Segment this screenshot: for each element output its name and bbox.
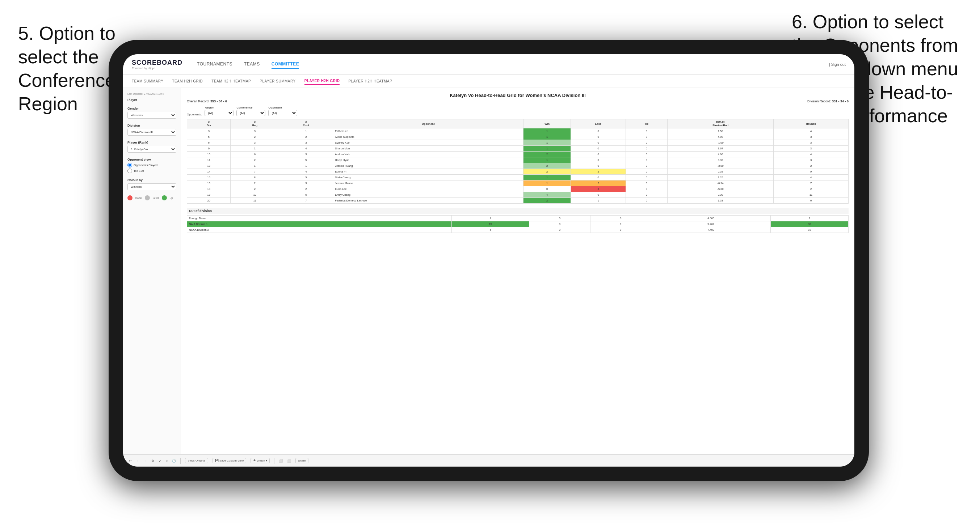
table-row: 15 8 5 Stella Cheng 1 0 0 1.25 4 (187, 175, 849, 181)
td-win: 5 (452, 227, 529, 233)
td-opponent: Euna Lee (333, 186, 523, 192)
legend-dot-down (127, 195, 132, 200)
filter-opponent: Opponent (All) (268, 106, 297, 116)
td-div: 3 (187, 129, 231, 134)
opponent-filter-label: Opponent (268, 106, 297, 109)
toolbar-view-original[interactable]: View: Original (185, 458, 208, 464)
sub-nav-player-summary[interactable]: PLAYER SUMMARY (259, 78, 296, 85)
table-row: Foreign Team 1 0 0 4.500 2 (187, 216, 849, 221)
td-tie: 0 (625, 192, 667, 198)
out-of-division-table: Foreign Team 1 0 0 4.500 2 NAIA Division… (187, 215, 849, 233)
table-row: 3 3 1 Esther Lee 1 0 0 1.50 4 (187, 129, 849, 134)
td-opponent: Emily Chang (333, 192, 523, 198)
radio-top100-input[interactable] (127, 168, 132, 173)
sign-out[interactable]: | Sign out (829, 62, 846, 67)
sub-nav-team-h2h-grid[interactable]: TEAM H2H GRID (172, 78, 203, 85)
radio-opponents-played-input[interactable] (127, 163, 132, 167)
logo-text: SCOREBOARD (132, 59, 183, 67)
td-loss: 0 (571, 129, 625, 134)
td-div: 15 (187, 175, 231, 181)
toolbar-share[interactable]: Share (296, 458, 308, 464)
toolbar-undo[interactable]: ↩ (129, 459, 132, 463)
toolbar-clock[interactable]: 🕐 (172, 459, 176, 463)
td-win: 2 (523, 169, 571, 175)
td-reg: 6 (231, 152, 279, 157)
toolbar-save-custom[interactable]: 💾 Save Custom View (213, 458, 247, 464)
td-conf: 3 (279, 152, 333, 157)
td-loss: 0 (571, 134, 625, 140)
td-reg: 2 (231, 134, 279, 140)
sub-nav-player-h2h-grid[interactable]: PLAYER H2H GRID (304, 78, 340, 85)
overall-record: Overall Record: 353 - 34 - 6 (187, 100, 227, 103)
region-filter-select[interactable]: (All) (205, 110, 234, 116)
td-opponent: Esther Lee (333, 129, 523, 134)
table-row: 16 2 3 Jessica Mason 1 2 0 -0.94 7 (187, 181, 849, 186)
sub-nav-team-summary[interactable]: TEAM SUMMARY (132, 78, 164, 85)
sub-nav-team-h2h-heatmap[interactable]: TEAM H2H HEATMAP (212, 78, 251, 85)
td-reg: 2 (231, 157, 279, 163)
sidebar-opponent-view: Opponent view Opponents Played Top 100 (127, 158, 176, 173)
td-rounds: 9 (774, 169, 849, 175)
td-win: 2 (523, 198, 571, 204)
td-diff: 4.500 (651, 216, 771, 221)
td-reg: 2 (231, 181, 279, 186)
toolbar-settings[interactable]: ⚙ (151, 459, 154, 463)
toolbar-icon2[interactable]: ⬜ (287, 459, 291, 463)
toolbar-fit[interactable]: ↙ (159, 459, 161, 463)
toolbar-separator-2 (274, 458, 274, 464)
td-tie: 0 (590, 216, 651, 221)
region-filter-label: Region (205, 106, 234, 109)
toolbar-forward[interactable]: → (144, 459, 147, 463)
opponent-filter-select[interactable]: (All) (268, 110, 297, 116)
nav-item-teams[interactable]: TEAMS (244, 60, 260, 69)
table-row: 20 11 7 Federica Domecq Lacroze 2 1 0 1.… (187, 198, 849, 204)
td-loss: 0 (571, 157, 625, 163)
sub-nav-player-h2h-heatmap[interactable]: PLAYER H2H HEATMAP (348, 78, 392, 85)
legend-label-up: Up (170, 197, 173, 199)
td-rounds: 2 (774, 163, 849, 169)
td-rounds: 3 (774, 140, 849, 146)
td-div: 13 (187, 163, 231, 169)
td-diff: 1.25 (668, 175, 774, 181)
toolbar-circle[interactable]: ○ (166, 459, 168, 463)
radio-opponents-played[interactable]: Opponents Played (127, 163, 176, 167)
bottom-toolbar: ↩ ← → ⚙ ↙ ○ 🕐 View: Original 💾 Save Cust… (123, 454, 854, 467)
conference-filter-select[interactable]: (All) (236, 110, 266, 116)
sidebar-player-rank-select[interactable]: 8. Katelyn Vo (127, 146, 176, 152)
record-row: Overall Record: 353 - 34 - 6 Division Re… (187, 100, 849, 103)
td-rounds: 10 (771, 227, 849, 233)
td-loss: 0 (529, 227, 590, 233)
conference-filter-label: Conference (236, 106, 266, 109)
toolbar-watch[interactable]: 👁 Watch ▾ (251, 458, 270, 464)
td-loss: 0 (529, 216, 590, 221)
legend-label-down: Down (135, 197, 142, 199)
nav-item-tournaments[interactable]: TOURNAMENTS (197, 60, 232, 69)
td-rounds: 2 (774, 186, 849, 192)
td-win: 2 (523, 152, 571, 157)
toolbar-icon1[interactable]: ⬜ (279, 459, 283, 463)
sidebar-radio-group: Opponents Played Top 100 (127, 163, 176, 173)
sidebar-opponent-view-label: Opponent view (127, 158, 176, 161)
td-opponent: Heejo Hyun (333, 157, 523, 163)
nav-item-committee[interactable]: COMMITTEE (272, 60, 299, 69)
sidebar-gender: Gender Women's (127, 107, 176, 119)
td-diff: 4.00 (668, 152, 774, 157)
td-div: 20 (187, 198, 231, 204)
sidebar-division-select[interactable]: NCAA Division III (127, 129, 176, 136)
td-loss: 1 (571, 198, 625, 204)
th-win: Win (523, 119, 571, 129)
td-reg: 1 (231, 163, 279, 169)
td-win: 1 (523, 157, 571, 163)
td-div: 6 (187, 140, 231, 146)
app-content: SCOREBOARD Powered by clippd TOURNAMENTS… (123, 54, 854, 467)
filter-conference: Conference (All) (236, 106, 266, 116)
td-win: 15 (452, 221, 529, 227)
sidebar-gender-select[interactable]: Women's (127, 112, 176, 119)
toolbar-back[interactable]: ← (136, 459, 139, 463)
sidebar-colour-by-select[interactable]: Win/loss (127, 183, 176, 190)
tablet-screen: SCOREBOARD Powered by clippd TOURNAMENTS… (123, 54, 854, 467)
logo-area: SCOREBOARD Powered by clippd (132, 59, 183, 70)
out-of-division-header: Out of division (187, 208, 849, 214)
td-diff: -3.00 (668, 163, 774, 169)
radio-top100[interactable]: Top 100 (127, 168, 176, 173)
